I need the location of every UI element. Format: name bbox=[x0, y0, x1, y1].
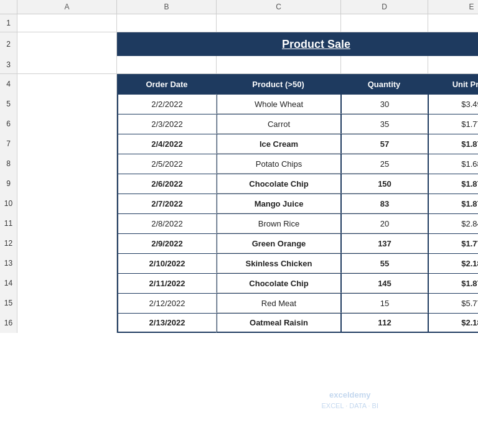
price-value: $1.77 bbox=[461, 119, 478, 129]
cell-date-8[interactable]: 2/5/2022 bbox=[117, 154, 217, 174]
quantity-value: 57 bbox=[380, 139, 389, 149]
header-product[interactable]: Product (>50) bbox=[217, 74, 341, 94]
cell-date-15[interactable]: 2/12/2022 bbox=[117, 293, 217, 313]
header-quantity[interactable]: Quantity bbox=[341, 74, 428, 94]
cell-a6[interactable] bbox=[17, 114, 117, 134]
cell-c3[interactable] bbox=[217, 56, 341, 73]
cell-product-13[interactable]: Skinless Chicken bbox=[217, 253, 341, 273]
date-value: 2/2/2022 bbox=[151, 100, 183, 109]
cell-product-8[interactable]: Potato Chips bbox=[217, 154, 341, 174]
cell-product-11[interactable]: Brown Rice bbox=[217, 213, 341, 233]
cell-date-10[interactable]: 2/7/2022 bbox=[117, 194, 217, 213]
cell-price-7[interactable]: $1.87 bbox=[428, 134, 478, 154]
cell-price-6[interactable]: $1.77 bbox=[428, 114, 478, 134]
cell-quantity-16[interactable]: 112 bbox=[341, 313, 428, 333]
cell-product-7[interactable]: Ice Cream bbox=[217, 134, 341, 154]
cell-quantity-10[interactable]: 83 bbox=[341, 194, 428, 213]
cell-date-14[interactable]: 2/11/2022 bbox=[117, 273, 217, 293]
cell-quantity-7[interactable]: 57 bbox=[341, 134, 428, 154]
cell-date-16[interactable]: 2/13/2022 bbox=[117, 313, 217, 333]
cell-price-5[interactable]: $3.49 bbox=[428, 94, 478, 114]
cell-price-12[interactable]: $1.77 bbox=[428, 233, 478, 253]
cell-a11[interactable] bbox=[17, 213, 117, 233]
cell-a14[interactable] bbox=[17, 273, 117, 293]
cell-b3[interactable] bbox=[117, 56, 217, 73]
cell-date-12[interactable]: 2/9/2022 bbox=[117, 233, 217, 253]
grid-row-1: 1 bbox=[0, 14, 478, 32]
cell-quantity-8[interactable]: 25 bbox=[341, 154, 428, 174]
cell-a13[interactable] bbox=[17, 253, 117, 273]
cell-quantity-6[interactable]: 35 bbox=[341, 114, 428, 134]
cell-date-13[interactable]: 2/10/2022 bbox=[117, 253, 217, 273]
header-order-date[interactable]: Order Date bbox=[117, 74, 217, 94]
header-unit-price-label: Unit Price bbox=[452, 80, 478, 89]
grid-row-6: 6 2/3/2022 Carrot 35 $1.77 bbox=[0, 114, 478, 134]
cell-a7[interactable] bbox=[17, 134, 117, 154]
title-cell[interactable]: Product Sale bbox=[117, 32, 478, 56]
cell-product-14[interactable]: Chocolate Chip bbox=[217, 273, 341, 293]
cell-price-13[interactable]: $2.18 bbox=[428, 253, 478, 273]
cell-quantity-15[interactable]: 15 bbox=[341, 293, 428, 313]
cell-date-6[interactable]: 2/3/2022 bbox=[117, 114, 217, 134]
row-num-14: 14 bbox=[0, 273, 17, 293]
cell-price-16[interactable]: $2.18 bbox=[428, 313, 478, 333]
cell-product-12[interactable]: Green Orange bbox=[217, 233, 341, 253]
cell-product-10[interactable]: Mango Juice bbox=[217, 194, 341, 213]
row-num-3: 3 bbox=[0, 56, 17, 73]
cell-product-5[interactable]: Whole Wheat bbox=[217, 94, 341, 114]
cell-product-9[interactable]: Chocolate Chip bbox=[217, 174, 341, 194]
cell-a9[interactable] bbox=[17, 174, 117, 194]
col-header-e: E bbox=[428, 0, 478, 14]
cell-a8[interactable] bbox=[17, 154, 117, 174]
cell-product-16[interactable]: Oatmeal Raisin bbox=[217, 313, 341, 333]
cell-price-10[interactable]: $1.87 bbox=[428, 194, 478, 213]
cell-a2[interactable] bbox=[17, 32, 117, 56]
cell-quantity-5[interactable]: 30 bbox=[341, 94, 428, 114]
cell-date-5[interactable]: 2/2/2022 bbox=[117, 94, 217, 114]
cell-a12[interactable] bbox=[17, 233, 117, 253]
product-value: Brown Rice bbox=[258, 219, 299, 228]
cell-quantity-11[interactable]: 20 bbox=[341, 213, 428, 233]
row-num-16: 16 bbox=[0, 313, 17, 333]
cell-c1[interactable] bbox=[217, 14, 341, 32]
price-value: $2.18 bbox=[461, 259, 478, 268]
cell-a5[interactable] bbox=[17, 94, 117, 114]
grid-row-11: 11 2/8/2022 Brown Rice 20 $2.84 bbox=[0, 213, 478, 233]
quantity-value: 25 bbox=[380, 159, 389, 169]
cell-a15[interactable] bbox=[17, 293, 117, 313]
grid-row-3: 3 bbox=[0, 56, 478, 74]
cell-quantity-9[interactable]: 150 bbox=[341, 174, 428, 194]
cell-a16[interactable] bbox=[17, 313, 117, 333]
header-unit-price[interactable]: Unit Price bbox=[428, 74, 478, 94]
cell-quantity-12[interactable]: 137 bbox=[341, 233, 428, 253]
cell-e3[interactable] bbox=[428, 56, 478, 73]
cell-date-11[interactable]: 2/8/2022 bbox=[117, 213, 217, 233]
cell-price-8[interactable]: $1.68 bbox=[428, 154, 478, 174]
cell-price-14[interactable]: $1.87 bbox=[428, 273, 478, 293]
cell-a1[interactable] bbox=[17, 14, 117, 32]
cell-b1[interactable] bbox=[117, 14, 217, 32]
cell-quantity-14[interactable]: 145 bbox=[341, 273, 428, 293]
grid-row-10: 10 2/7/2022 Mango Juice 83 $1.87 bbox=[0, 194, 478, 213]
cell-d3[interactable] bbox=[341, 56, 428, 73]
col-header-c: C bbox=[217, 0, 341, 14]
cell-quantity-13[interactable]: 55 bbox=[341, 253, 428, 273]
row-num-13: 13 bbox=[0, 253, 17, 273]
cell-price-9[interactable]: $1.87 bbox=[428, 174, 478, 194]
cell-product-6[interactable]: Carrot bbox=[217, 114, 341, 134]
column-header-row: A B C D E bbox=[0, 0, 478, 14]
grid-row-8: 8 2/5/2022 Potato Chips 25 $1.68 bbox=[0, 154, 478, 174]
watermark: exceldemy EXCEL · DATA · BI bbox=[322, 390, 379, 411]
cell-d1[interactable] bbox=[341, 14, 428, 32]
cell-a3[interactable] bbox=[17, 56, 117, 73]
cell-e1[interactable] bbox=[428, 14, 478, 32]
cell-a4[interactable] bbox=[17, 74, 117, 94]
cell-a10[interactable] bbox=[17, 194, 117, 213]
cell-date-7[interactable]: 2/4/2022 bbox=[117, 134, 217, 154]
cell-price-15[interactable]: $5.77 bbox=[428, 293, 478, 313]
row-num-7: 7 bbox=[0, 134, 17, 154]
cell-date-9[interactable]: 2/6/2022 bbox=[117, 174, 217, 194]
price-value: $3.49 bbox=[461, 100, 478, 109]
cell-product-15[interactable]: Red Meat bbox=[217, 293, 341, 313]
cell-price-11[interactable]: $2.84 bbox=[428, 213, 478, 233]
